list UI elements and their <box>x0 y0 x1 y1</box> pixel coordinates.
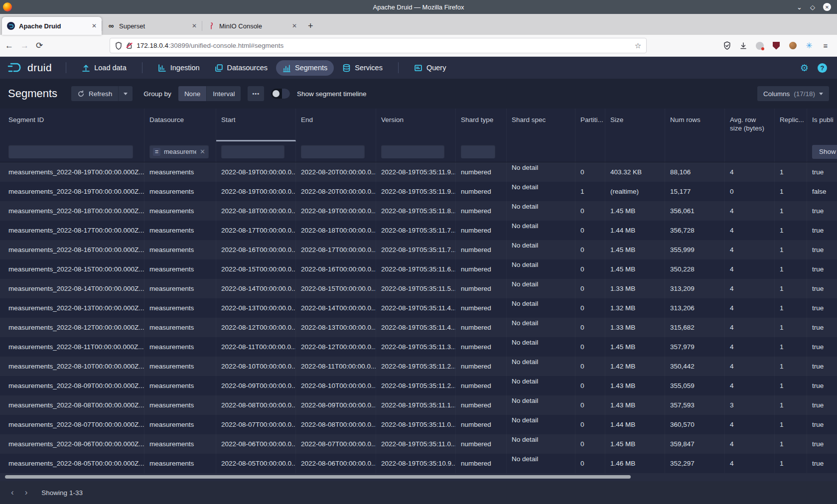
settings-gear-icon[interactable]: ⚙ <box>800 62 809 74</box>
end-filter-input[interactable] <box>301 145 365 158</box>
prev-page-button[interactable]: ‹ <box>7 486 18 500</box>
protections-shield-icon[interactable] <box>722 41 731 50</box>
table-row[interactable]: measurements_2022-08-18T00:00:00.000Z...… <box>0 201 837 221</box>
window-close-button[interactable]: ✕ <box>823 3 831 11</box>
cell-segment-id[interactable]: measurements_2022-08-11T00:00:00.000Z... <box>0 337 144 357</box>
table-row[interactable]: measurements_2022-08-10T00:00:00.000Z...… <box>0 357 837 376</box>
column-header-datasource[interactable]: Datasource <box>144 109 216 141</box>
permissions-shield-icon[interactable] <box>115 42 122 50</box>
table-row[interactable]: measurements_2022-08-05T00:00:00.000Z...… <box>0 454 837 473</box>
column-header-start[interactable]: Start <box>216 109 296 141</box>
cell-segment-id[interactable]: measurements_2022-08-14T00:00:00.000Z... <box>0 279 144 298</box>
bookmark-star-icon[interactable]: ☆ <box>635 41 641 50</box>
reload-button[interactable]: ⟳ <box>36 40 43 51</box>
ublock-icon[interactable] <box>772 41 781 50</box>
url-bar[interactable]: 172.18.0.4:30899/unified-console.html#se… <box>110 38 647 53</box>
table-row[interactable]: measurements_2022-08-11T00:00:00.000Z...… <box>0 337 837 357</box>
cell-segment-id[interactable]: measurements_2022-08-15T00:00:00.000Z... <box>0 259 144 279</box>
menu-hamburger-icon[interactable]: ≡ <box>821 41 830 50</box>
column-header-end[interactable]: End <box>296 109 376 141</box>
cell-segment-id[interactable]: measurements_2022-08-13T00:00:00.000Z... <box>0 298 144 318</box>
columns-button[interactable]: Columns (17/18) <box>757 86 829 101</box>
tab-close-icon[interactable]: ✕ <box>192 22 197 29</box>
nav-item-segments[interactable]: Segments <box>276 60 334 76</box>
cell-segment-id[interactable]: measurements_2022-08-16T00:00:00.000Z... <box>0 240 144 259</box>
group-by-interval-button[interactable]: Interval <box>206 86 241 101</box>
nav-item-ingestion[interactable]: Ingestion <box>151 60 206 76</box>
cell-datasource[interactable]: measurements <box>144 434 216 454</box>
tab-close-icon[interactable]: ✕ <box>92 22 97 29</box>
nav-item-datasources[interactable]: Datasources <box>208 60 274 76</box>
column-header-shard-spec[interactable]: Shard spec <box>507 109 575 141</box>
url-text[interactable]: 172.18.0.4:30899/unified-console.html#se… <box>137 42 283 49</box>
table-row[interactable]: measurements_2022-08-13T00:00:00.000Z...… <box>0 298 837 318</box>
help-icon[interactable]: ? <box>818 63 827 73</box>
datasource-filter-chip[interactable]: = measureme ✕ <box>149 145 209 158</box>
nav-item-load-data[interactable]: Load data <box>75 60 133 76</box>
cell-segment-id[interactable]: measurements_2022-08-19T00:00:00.000Z... <box>0 182 144 201</box>
cell-segment-id[interactable]: measurements_2022-08-12T00:00:00.000Z... <box>0 318 144 337</box>
group-by-none-button[interactable]: None <box>178 86 206 101</box>
cell-segment-id[interactable]: measurements_2022-08-10T00:00:00.000Z... <box>0 357 144 376</box>
version-filter-input[interactable] <box>381 145 444 158</box>
table-row[interactable]: measurements_2022-08-06T00:00:00.000Z...… <box>0 434 837 454</box>
tab-apache-druid[interactable]: Apache Druid ✕ <box>2 17 102 35</box>
downloads-icon[interactable] <box>739 41 748 50</box>
cookie-extension-icon[interactable] <box>788 41 797 50</box>
cell-datasource[interactable]: measurements <box>144 395 216 415</box>
cell-datasource[interactable]: measurements <box>144 259 216 279</box>
cell-segment-id[interactable]: measurements_2022-08-18T00:00:00.000Z... <box>0 201 144 221</box>
insecure-lock-icon[interactable] <box>126 42 133 49</box>
extension-account-icon[interactable] <box>755 41 764 50</box>
cell-segment-id[interactable]: measurements_2022-08-08T00:00:00.000Z... <box>0 395 144 415</box>
cell-datasource[interactable]: measurements <box>144 454 216 473</box>
nav-item-query[interactable]: Query <box>408 60 453 76</box>
datasource-filter-value[interactable]: measureme <box>164 148 196 155</box>
column-header-segment-id[interactable]: Segment ID <box>0 109 144 141</box>
table-row[interactable]: measurements_2022-08-12T00:00:00.000Z...… <box>0 318 837 337</box>
cell-segment-id[interactable]: measurements_2022-08-05T00:00:00.000Z... <box>0 454 144 473</box>
cell-datasource[interactable]: measurements <box>144 298 216 318</box>
table-row[interactable]: measurements_2022-08-14T00:00:00.000Z...… <box>0 279 837 298</box>
window-minimize-button[interactable]: ⌄ <box>797 3 802 11</box>
tab-minio-console[interactable]: MinIO Console ✕ <box>202 17 302 35</box>
column-header-shard-type[interactable]: Shard type <box>456 109 507 141</box>
nav-item-services[interactable]: Services <box>336 60 389 76</box>
table-row[interactable]: measurements_2022-08-19T00:00:00.000Z...… <box>0 162 837 182</box>
column-header-is-published[interactable]: Is publi <box>807 109 837 141</box>
cell-segment-id[interactable]: measurements_2022-08-19T00:00:00.000Z... <box>0 162 144 182</box>
cell-datasource[interactable]: measurements <box>144 182 216 201</box>
cell-datasource[interactable]: measurements <box>144 337 216 357</box>
table-row[interactable]: measurements_2022-08-15T00:00:00.000Z...… <box>0 259 837 279</box>
column-header-avg-row-size[interactable]: Avg. row size (bytes) <box>725 109 775 141</box>
more-options-button[interactable]: ••• <box>248 86 264 101</box>
cell-segment-id[interactable]: measurements_2022-08-07T00:00:00.000Z... <box>0 415 144 434</box>
table-row[interactable]: measurements_2022-08-19T00:00:00.000Z...… <box>0 182 837 201</box>
cell-datasource[interactable]: measurements <box>144 357 216 376</box>
druid-brand[interactable]: druid <box>7 62 52 74</box>
column-header-size[interactable]: Size <box>605 109 665 141</box>
segment-id-filter-input[interactable] <box>8 145 133 158</box>
new-tab-button[interactable]: + <box>302 21 319 31</box>
cell-segment-id[interactable]: measurements_2022-08-09T00:00:00.000Z... <box>0 376 144 395</box>
table-row[interactable]: measurements_2022-08-17T00:00:00.000Z...… <box>0 221 837 240</box>
sync-asterisk-icon[interactable]: ✳ <box>805 41 814 50</box>
cell-datasource[interactable]: measurements <box>144 221 216 240</box>
cell-datasource[interactable]: measurements <box>144 162 216 182</box>
horizontal-scrollbar[interactable] <box>5 475 631 479</box>
cell-datasource[interactable]: measurements <box>144 201 216 221</box>
refresh-button[interactable]: Refresh <box>71 86 118 101</box>
cell-datasource[interactable]: measurements <box>144 240 216 259</box>
cell-datasource[interactable]: measurements <box>144 279 216 298</box>
column-header-version[interactable]: Version <box>376 109 456 141</box>
back-button[interactable]: ← <box>5 41 13 51</box>
column-header-replication[interactable]: Replic... <box>775 109 807 141</box>
shard-type-filter-input[interactable] <box>461 145 495 158</box>
column-header-partition[interactable]: Partiti... <box>575 109 605 141</box>
forward-button[interactable]: → <box>20 41 29 51</box>
cell-datasource[interactable]: measurements <box>144 318 216 337</box>
start-filter-input[interactable] <box>221 145 284 158</box>
window-maximize-button[interactable]: ◇ <box>810 3 815 11</box>
table-row[interactable]: measurements_2022-08-09T00:00:00.000Z...… <box>0 376 837 395</box>
cell-segment-id[interactable]: measurements_2022-08-06T00:00:00.000Z... <box>0 434 144 454</box>
